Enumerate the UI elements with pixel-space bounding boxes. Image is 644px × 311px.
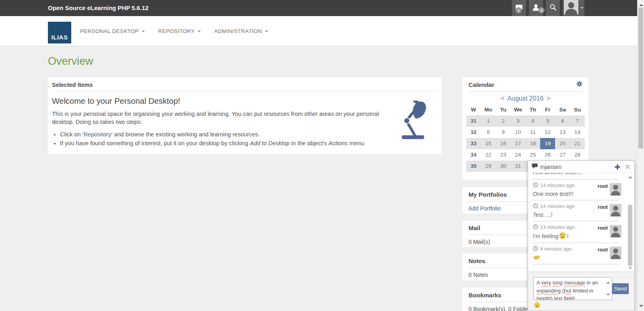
calendar-week-number[interactable]: 34	[466, 149, 481, 161]
calendar-day-header: Mo	[481, 104, 496, 115]
chat-message: 14 minutes agorootTest ....!	[533, 200, 634, 218]
input-scroll-down-arrow[interactable]	[606, 294, 610, 298]
actions-label: Actions	[328, 140, 348, 146]
chat-window: mjansen And another chat!... 14 minutes …	[528, 161, 635, 311]
calendar-day[interactable]: 29	[481, 161, 496, 172]
calendar-day[interactable]: 23	[496, 149, 511, 161]
calendar-day[interactable]: 13	[555, 127, 570, 138]
input-word: in	[589, 288, 593, 294]
scrollbar-thumb[interactable]	[638, 8, 643, 148]
avatar	[610, 183, 621, 196]
repository-link[interactable]: 'Repository'	[83, 131, 113, 138]
calendar-day-header: Su	[570, 104, 585, 115]
nav-item-label: ADMINISTRATION	[214, 28, 262, 34]
calendar-day[interactable]: 10	[511, 127, 526, 138]
calendar-day[interactable]: 12	[540, 127, 555, 138]
calendar-day-header: Fr	[540, 104, 555, 115]
ilias-logo[interactable]: ILIAS	[48, 22, 71, 43]
calendar-day[interactable]: 21	[570, 138, 585, 149]
calendar-day[interactable]: 3	[511, 115, 526, 127]
clock-icon	[533, 245, 538, 253]
calendar-week-number[interactable]: 31	[466, 115, 481, 127]
selected-items-header: Selected Items	[52, 77, 438, 91]
scroll-down-arrow[interactable]	[628, 267, 632, 271]
calendar-day[interactable]: 26	[540, 149, 555, 161]
scroll-up-arrow[interactable]	[639, 2, 643, 6]
step-text: menu.	[348, 140, 365, 146]
calendar-day-header-row: WMoTuWeThFrSaSu	[466, 104, 585, 115]
step-text: and browse the existing working and lear…	[112, 131, 260, 138]
chevron-down-icon	[265, 31, 268, 34]
calendar-month-label: August 2016	[507, 95, 545, 102]
calendar-day[interactable]: 30	[496, 161, 511, 172]
calendar-day-selected[interactable]: 19	[540, 138, 555, 149]
calendar-day[interactable]: 24	[511, 149, 526, 161]
calendar-week-number[interactable]: 32	[466, 127, 481, 138]
chat-message-clipped: And another chat!...	[533, 173, 634, 177]
chat-button[interactable]: 1	[512, 0, 526, 16]
scroll-up-arrow[interactable]	[628, 174, 632, 178]
contacts-count-badge: 2	[539, 7, 545, 13]
chat-count-badge: 1	[516, 7, 522, 13]
input-word: expanding	[537, 288, 561, 294]
calendar-week-number[interactable]: 35	[466, 161, 481, 172]
calendar-day[interactable]: 22	[481, 149, 496, 161]
chat-message-list: And another chat!... 14 minutes agorootO…	[528, 173, 634, 272]
calendar-day[interactable]: 8	[481, 127, 496, 138]
calendar-week-number[interactable]: 33	[466, 138, 481, 149]
nav-item-administration[interactable]: ADMINISTRATION	[214, 28, 268, 34]
calendar-day[interactable]: 14	[570, 127, 585, 138]
chat-add-icon[interactable]	[614, 164, 621, 170]
contacts-button[interactable]: 2	[529, 0, 543, 16]
close-icon[interactable]	[625, 164, 630, 169]
message-text: Test ....!	[533, 212, 553, 218]
calendar-week-row: 3315161718192021	[466, 138, 585, 149]
calendar-day[interactable]: 5	[540, 115, 555, 127]
chat-message-input[interactable]: A very long message in an expanding (but…	[533, 277, 612, 300]
calendar-day[interactable]: 15	[481, 138, 496, 149]
calendar-day[interactable]: 11	[526, 127, 541, 138]
chat-message: 8 minutes agoroot	[533, 243, 634, 262]
calendar-day[interactable]: 6	[555, 115, 570, 127]
calendar-day[interactable]: 16	[496, 138, 511, 149]
chevron-down-icon	[580, 7, 584, 10]
calendar-prev-button[interactable]: <	[499, 95, 506, 102]
message-timestamp: 8 minutes ago	[540, 246, 572, 252]
calendar-day[interactable]: 18	[526, 138, 541, 149]
nav-item-label: PERSONAL DESKTOP	[80, 28, 139, 34]
calendar-day[interactable]: 7	[570, 115, 585, 127]
gear-icon[interactable]	[576, 81, 582, 88]
scroll-down-arrow[interactable]	[639, 305, 643, 309]
hand-emoji-icon	[533, 254, 540, 262]
calendar-day[interactable]: 20	[555, 138, 570, 149]
input-scroll-up-arrow[interactable]	[606, 280, 610, 284]
search-icon	[549, 4, 557, 12]
calendar-day[interactable]: 1	[481, 115, 496, 127]
input-word: limited	[573, 288, 588, 294]
calendar-day[interactable]: 25	[526, 149, 541, 161]
avatar	[564, 0, 578, 16]
grin-emoji-icon	[559, 232, 566, 240]
calendar-day[interactable]: 4	[526, 115, 541, 127]
calendar-day[interactable]: 31	[511, 161, 526, 172]
chat-window-header: mjansen	[528, 161, 634, 173]
message-text: I'm feeling	[533, 233, 558, 239]
emoticon-smiley-icon[interactable]	[534, 302, 540, 308]
calendar-day[interactable]: 17	[511, 138, 526, 149]
nav-item-repository[interactable]: REPOSITORY	[158, 28, 201, 34]
nav-item-personal-desktop[interactable]: PERSONAL DESKTOP	[80, 28, 145, 34]
send-button[interactable]: Send	[612, 283, 629, 294]
chat-partner-name: mjansen	[540, 164, 614, 170]
scrollbar-thumb[interactable]	[628, 205, 632, 266]
add-portfolio-link[interactable]: Add Portfolio	[469, 205, 501, 212]
chat-message: 14 minutes agorootOne more test!!!	[533, 179, 634, 198]
message-sender: root	[598, 204, 608, 210]
calendar-next-button[interactable]: >	[544, 95, 552, 102]
calendar-day[interactable]: 27	[555, 149, 570, 161]
calendar-day[interactable]: 9	[496, 127, 511, 138]
welcome-intro: This is your personal space for organisi…	[52, 110, 384, 126]
calendar-day[interactable]: 28	[570, 149, 585, 161]
search-button[interactable]	[546, 0, 560, 16]
calendar-day[interactable]: 2	[496, 115, 511, 127]
user-menu-button[interactable]	[563, 0, 584, 16]
